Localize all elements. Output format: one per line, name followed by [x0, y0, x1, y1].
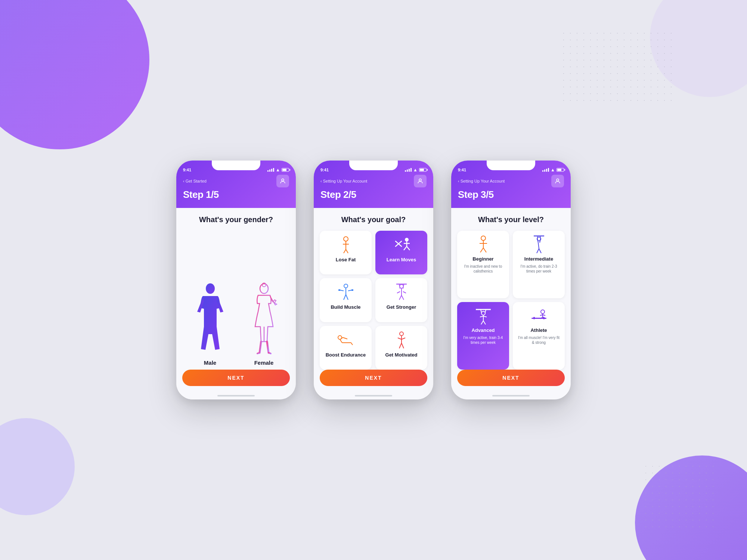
- svg-point-21: [344, 284, 348, 288]
- back-link-2[interactable]: ‹ Setting Up Your Account: [320, 179, 367, 183]
- step-title-3: Step 3/5: [458, 189, 564, 200]
- back-link-1[interactable]: ‹ Get Started: [183, 179, 207, 183]
- notch-2: [349, 161, 398, 170]
- phone2-body: What's your goal? Lose Fat: [314, 208, 433, 392]
- svg-line-71: [483, 316, 487, 317]
- male-option[interactable]: Male: [193, 282, 227, 366]
- svg-line-32: [403, 284, 404, 289]
- back-chevron-3: ‹: [458, 179, 459, 183]
- boost-endurance-icon: [337, 331, 355, 349]
- notch-1: [212, 161, 260, 170]
- svg-point-50: [557, 179, 559, 181]
- svg-line-5: [267, 342, 269, 353]
- step-title-1: Step 1/5: [183, 189, 289, 200]
- goal-lose-fat[interactable]: Lose Fat: [320, 231, 372, 274]
- svg-line-49: [402, 343, 404, 348]
- svg-line-63: [537, 249, 539, 253]
- svg-line-12: [344, 249, 346, 253]
- avatar-btn-2[interactable]: [414, 175, 427, 187]
- time-3: 9:41: [458, 168, 466, 172]
- back-chevron-2: ‹: [320, 179, 322, 183]
- status-icons-1: ▲: [267, 167, 289, 172]
- goal-get-motivated[interactable]: Get Motivated: [375, 326, 427, 370]
- wifi-icon-1: ▲: [276, 167, 280, 172]
- goal-build-muscle[interactable]: Build Muscle: [320, 278, 372, 322]
- bg-blob-topleft: [0, 0, 149, 149]
- athlete-icon: [530, 307, 548, 325]
- svg-line-43: [343, 337, 347, 339]
- svg-line-46: [398, 338, 402, 339]
- svg-line-72: [481, 321, 483, 324]
- advanced-desc: I'm very active, train 3-4 times per wee…: [461, 335, 505, 345]
- svg-line-54: [480, 248, 483, 252]
- svg-rect-75: [533, 317, 535, 319]
- svg-point-14: [405, 238, 409, 242]
- dots-pattern-topright: [560, 30, 672, 105]
- svg-line-55: [483, 248, 486, 252]
- status-icons-2: ▲: [405, 167, 427, 172]
- advanced-name: Advanced: [471, 327, 495, 333]
- svg-line-23: [344, 295, 346, 300]
- lose-fat-label: Lose Fat: [336, 257, 356, 262]
- goal-learn-moves[interactable]: Learn Moves: [375, 231, 427, 274]
- level-beginner[interactable]: Beginner I'm inactive and new to calisth…: [457, 231, 509, 298]
- svg-point-2: [260, 284, 268, 293]
- goal-boost-endurance[interactable]: Boost Endurance: [320, 326, 372, 370]
- learn-moves-icon: [393, 236, 410, 254]
- step-title-2: Step 2/5: [320, 189, 427, 200]
- intermediate-name: Intermediate: [524, 256, 553, 262]
- next-button-1[interactable]: NEXT: [182, 370, 290, 386]
- svg-line-7: [269, 353, 271, 354]
- next-button-2[interactable]: NEXT: [320, 370, 427, 386]
- goal-get-stronger[interactable]: Get Stronger: [375, 278, 427, 322]
- build-muscle-icon: [337, 283, 355, 301]
- back-text-3: Setting Up Your Account: [461, 179, 505, 183]
- advanced-icon: [474, 307, 493, 325]
- back-text-2: Setting Up Your Account: [323, 179, 368, 183]
- female-option[interactable]: Female: [249, 282, 279, 366]
- athlete-name: Athlete: [530, 327, 547, 333]
- svg-line-36: [397, 292, 400, 293]
- svg-line-35: [402, 295, 404, 300]
- svg-line-79: [540, 315, 543, 315]
- learn-moves-label: Learn Moves: [387, 257, 416, 262]
- svg-line-39: [340, 339, 342, 343]
- beginner-name: Beginner: [472, 256, 493, 262]
- build-muscle-label: Build Muscle: [331, 304, 360, 310]
- goals-grid: Lose Fat: [320, 231, 427, 370]
- svg-point-1: [206, 283, 215, 294]
- next-button-3[interactable]: NEXT: [457, 370, 565, 386]
- svg-line-17: [404, 246, 407, 250]
- home-indicator-1: [176, 392, 296, 399]
- svg-line-70: [480, 316, 483, 317]
- back-link-3[interactable]: ‹ Setting Up Your Account: [458, 179, 505, 183]
- phone-goal: 9:41 ▲ ‹ Setting Up: [314, 161, 433, 399]
- signal-icon-3: [542, 168, 549, 172]
- svg-line-34: [399, 295, 402, 300]
- avatar-btn-1[interactable]: [276, 175, 289, 187]
- phone1-body: What's your gender?: [176, 208, 296, 392]
- level-advanced[interactable]: Advanced I'm very active, train 3-4 time…: [457, 302, 509, 370]
- svg-line-24: [346, 295, 348, 300]
- get-stronger-icon: [393, 283, 410, 301]
- svg-line-13: [346, 249, 348, 253]
- svg-point-44: [400, 332, 403, 336]
- svg-line-6: [257, 353, 260, 354]
- svg-line-25: [340, 290, 344, 291]
- avatar-btn-3[interactable]: [551, 175, 564, 187]
- signal-icon-1: [267, 168, 274, 172]
- get-motivated-icon: [393, 331, 410, 349]
- level-athlete[interactable]: Athlete I'm all muscle! I'm very fit & s…: [513, 302, 565, 370]
- home-indicator-2: [314, 392, 433, 399]
- svg-point-9: [344, 237, 348, 241]
- svg-point-68: [481, 311, 485, 315]
- phone-level: 9:41 ▲ ‹ Setting Up: [451, 161, 571, 399]
- level-intermediate[interactable]: Intermediate I'm active, do train 2-3 ti…: [513, 231, 565, 298]
- svg-line-47: [402, 338, 405, 339]
- intermediate-icon: [530, 235, 548, 254]
- bg-blob-bottomleft: [0, 418, 75, 515]
- nav-bar-2: ‹ Setting Up Your Account: [320, 175, 427, 187]
- nav-bar-3: ‹ Setting Up Your Account: [458, 175, 564, 187]
- intermediate-desc: I'm active, do train 2-3 times per week: [517, 264, 561, 274]
- svg-point-77: [541, 310, 545, 314]
